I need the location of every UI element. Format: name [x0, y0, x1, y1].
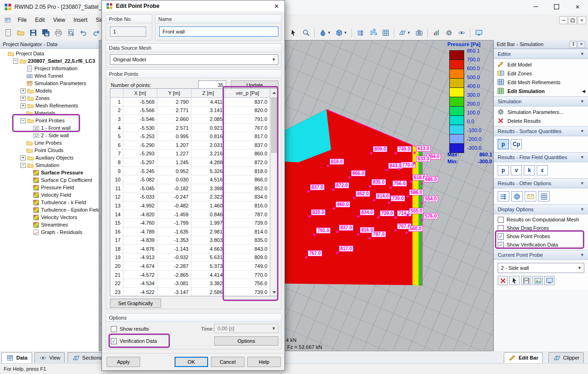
- wind-button[interactable]: [367, 27, 379, 39]
- table-row[interactable]: 20-4.674-2.2875.373749.0: [110, 262, 278, 271]
- maximize-button[interactable]: [546, 0, 567, 13]
- table-row[interactable]: 6-5.2901.2072.031837.0: [110, 141, 278, 150]
- section-surface-quantities[interactable]: Results - Surface Quantities▼: [494, 126, 588, 136]
- table-row[interactable]: 9-5.2450.9525.326818.0: [110, 167, 278, 176]
- table-row[interactable]: 21-4.572-2.8654.414770.0: [110, 271, 278, 280]
- tree-item[interactable]: Project Data: [0, 50, 99, 57]
- tree-item[interactable]: 121 - Front wall: [0, 124, 99, 132]
- panel-close-icon[interactable]: ✕: [578, 41, 585, 48]
- result-quantity-button[interactable]: p: [498, 139, 509, 149]
- result-quantity-button[interactable]: k: [524, 165, 535, 175]
- close-button[interactable]: ✕: [567, 0, 588, 13]
- print-button[interactable]: [52, 27, 64, 39]
- table-row[interactable]: 19-4.913-0.9325.631809.0: [110, 254, 278, 262]
- result-quantity-button[interactable]: v: [511, 165, 522, 175]
- flow-arrows-button[interactable]: [498, 191, 509, 201]
- options-button[interactable]: Options: [214, 336, 278, 346]
- table-row[interactable]: 13-4.992-0.4821.460816.0: [110, 201, 278, 210]
- save-button[interactable]: [27, 27, 39, 39]
- menu-file[interactable]: File: [14, 15, 31, 25]
- edit-bar-item[interactable]: Simulation Parameters...: [494, 107, 588, 116]
- ok-button[interactable]: OK: [175, 357, 208, 367]
- cube-button[interactable]: ▼: [333, 27, 349, 39]
- scroll-up-icon[interactable]: [270, 89, 278, 96]
- tree-expander[interactable]: −: [20, 118, 26, 123]
- paint-button[interactable]: ▼: [317, 27, 333, 39]
- tree-item[interactable]: +Auxiliary Objects: [0, 154, 99, 161]
- column-header[interactable]: Y [m]: [157, 89, 191, 98]
- table-row[interactable]: 4-5.5302.5710.921767.0: [110, 124, 278, 133]
- scroll-down-icon[interactable]: [270, 288, 278, 296]
- camera-button[interactable]: [413, 27, 425, 39]
- tab-sections[interactable]: Sections: [68, 352, 107, 363]
- section-current-point-probe[interactable]: Current Point Probe▼: [494, 250, 588, 260]
- delete-x-button[interactable]: [498, 276, 508, 285]
- table-row[interactable]: 23-4.522-3.1472.586739.0: [110, 288, 278, 296]
- tree-item[interactable]: Point Clouds: [0, 147, 99, 154]
- table-row[interactable]: 10-5.0820.0304.516866.0: [110, 175, 278, 184]
- name-input[interactable]: Front wall: [159, 27, 278, 37]
- zoom-button[interactable]: [300, 27, 312, 39]
- tree-item[interactable]: Streamlines: [0, 221, 99, 228]
- result-quantity-button[interactable]: p: [498, 165, 509, 175]
- tree-item[interactable]: −230807_Sattel_22,5.rf6_LC3: [0, 57, 99, 65]
- save-gray-button[interactable]: [521, 276, 531, 285]
- mdi-close-button[interactable]: ✕: [578, 16, 586, 24]
- tree-item[interactable]: −Simulation: [0, 161, 99, 169]
- table-scrollbar[interactable]: [270, 89, 278, 296]
- section-display-options[interactable]: Display Options▼: [494, 204, 588, 214]
- table-row[interactable]: 15-4.760-1.7991.997739.0: [110, 219, 278, 227]
- save-all-button[interactable]: [40, 27, 52, 39]
- matrix-button[interactable]: [538, 191, 550, 201]
- table-row[interactable]: 18-4.876-1.1434.663843.0: [110, 245, 278, 254]
- tree-expander[interactable]: +: [20, 88, 26, 94]
- section-button[interactable]: ▼: [397, 27, 412, 39]
- tree-item[interactable]: Materials: [0, 109, 99, 117]
- checkbox[interactable]: [498, 242, 504, 248]
- column-header[interactable]: X [m]: [123, 89, 157, 98]
- tree-item[interactable]: Pressure Field: [0, 184, 99, 191]
- menu-insert[interactable]: Insert: [69, 15, 92, 25]
- envelope-button[interactable]: [525, 191, 536, 201]
- section-editor[interactable]: Editor▼: [494, 49, 588, 59]
- result-quantity-button[interactable]: Cp: [511, 139, 522, 149]
- set-graphically-button[interactable]: Set Graphically: [110, 299, 161, 308]
- table-row[interactable]: 16-4.789-1.6352.981814.0: [110, 227, 278, 236]
- undo-button[interactable]: [77, 27, 89, 39]
- open-project-button[interactable]: [14, 27, 27, 39]
- table-row[interactable]: 2-5.5662.7713.141820.0: [110, 107, 278, 115]
- new-document-button[interactable]: [2, 27, 14, 39]
- tree-item[interactable]: Line Probes: [0, 139, 99, 147]
- tree-item[interactable]: +Zones: [0, 94, 99, 102]
- table-row[interactable]: 5-5.2530.9950.816817.0: [110, 132, 278, 141]
- scrollbar-thumb[interactable]: [271, 97, 277, 153]
- tree-expander[interactable]: −: [13, 59, 18, 64]
- dialog-close-button[interactable]: ✕: [269, 1, 284, 12]
- checkbox[interactable]: [498, 225, 504, 231]
- table-row[interactable]: 22-4.534-3.0813.382756.0: [110, 279, 278, 288]
- table-row[interactable]: 11-5.045-0.1823.398852.0: [110, 184, 278, 193]
- tree-expander[interactable]: +: [20, 155, 26, 160]
- tab-edit-bar[interactable]: Edit Bar: [504, 352, 543, 363]
- redo-button[interactable]: [90, 27, 102, 39]
- eye-button[interactable]: [455, 27, 467, 39]
- monitor-button[interactable]: [473, 27, 485, 39]
- table-row[interactable]: 7-5.2931.2273.216860.0: [110, 150, 278, 159]
- pointer-button[interactable]: [509, 276, 520, 285]
- tree-item[interactable]: Surface Cp Coefficient: [0, 176, 99, 184]
- mdi-restore-button[interactable]: [568, 16, 577, 24]
- table-row[interactable]: 14-4.820-1.4590.846787.0: [110, 210, 278, 219]
- result-quantity-button[interactable]: ε: [537, 165, 548, 175]
- tree-item[interactable]: Turbulence - Epsilon Field: [0, 206, 99, 214]
- tree-item[interactable]: Simulation Parameters: [0, 80, 99, 87]
- help-button[interactable]: Help: [247, 357, 281, 367]
- tab-view[interactable]: View: [34, 352, 65, 363]
- tree-expander[interactable]: −: [20, 163, 26, 168]
- tab-data[interactable]: Data: [1, 352, 32, 363]
- tree-item[interactable]: −Point Probes: [0, 117, 99, 124]
- edit-bar-item[interactable]: Edit Mesh Refinements: [494, 78, 588, 87]
- tree-item[interactable]: Project Information: [0, 65, 99, 72]
- dialog-titlebar[interactable]: Edit Point Probe ✕: [102, 0, 284, 12]
- checkbox[interactable]: [498, 234, 504, 240]
- gear-button[interactable]: [443, 27, 455, 39]
